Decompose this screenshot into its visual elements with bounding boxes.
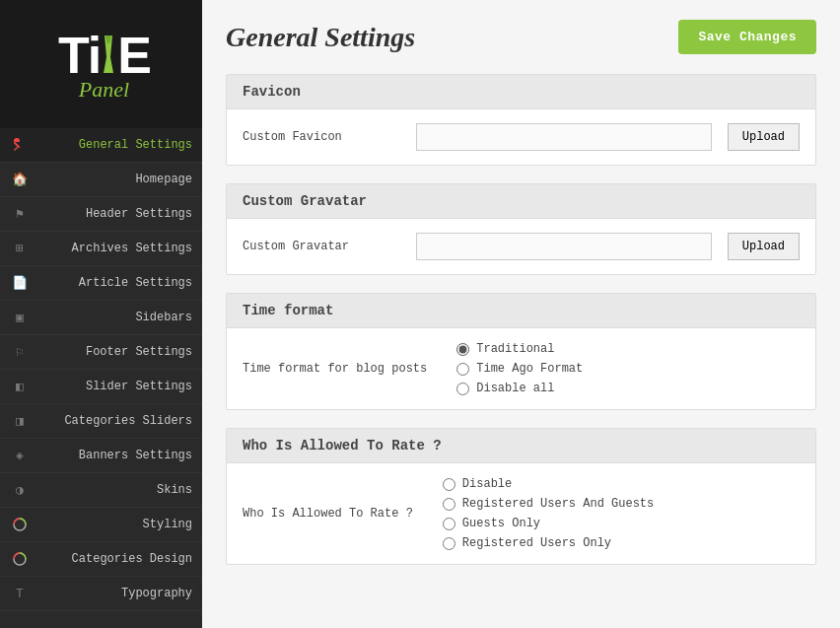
favicon-input[interactable] xyxy=(416,123,712,151)
gravatar-form-row: Custom Gravatar Upload xyxy=(243,233,800,260)
gravatar-section: Custom Gravatar Custom Gravatar Upload xyxy=(226,183,816,275)
timeformat-section-body: Time format for blog posts Traditional T… xyxy=(227,328,815,409)
sidebar: T i E Panel General Settings🏠Homepage⚑He… xyxy=(0,0,202,628)
sidebar-item-sidebars[interactable]: ▣Sidebars xyxy=(0,301,202,335)
sidebar-item-categories-design[interactable]: Categories Design xyxy=(0,542,202,577)
rate-option-guests-only[interactable]: Guests Only xyxy=(443,517,654,530)
sidebar-item-banners-settings[interactable]: ◈Banners Settings xyxy=(0,439,202,473)
logo-area: T i E Panel xyxy=(0,0,202,128)
logo-e: E xyxy=(117,30,150,81)
sidebar-item-label-categories-sliders: Categories Sliders xyxy=(37,414,192,428)
skins-icon: ◑ xyxy=(10,480,30,500)
timeformat-section: Time format Time format for blog posts T… xyxy=(226,293,816,410)
timeformat-radio-time-ago[interactable] xyxy=(456,363,469,376)
sidebar-item-general-settings[interactable]: General Settings xyxy=(0,128,202,163)
page-title: General Settings xyxy=(226,22,415,53)
sidebar-item-label-article-settings: Article Settings xyxy=(37,276,192,290)
sidebar-item-label-slider-settings: Slider Settings xyxy=(37,380,192,393)
archives-settings-icon: ⊞ xyxy=(10,239,30,258)
favicon-section-body: Custom Favicon Upload xyxy=(227,109,815,165)
rate-radio-registered-only[interactable] xyxy=(443,537,455,550)
logo-t: T xyxy=(58,30,88,81)
favicon-section: Favicon Custom Favicon Upload xyxy=(226,74,816,166)
sidebar-item-label-categories-design: Categories Design xyxy=(37,552,192,566)
timeformat-section-header: Time format xyxy=(227,294,815,328)
timeformat-option-time-ago[interactable]: Time Ago Format xyxy=(456,362,583,376)
rate-option-label-guests-only: Guests Only xyxy=(462,517,540,530)
sidebar-item-label-typography: Typography xyxy=(37,587,192,600)
sidebar-item-archives-settings[interactable]: ⊞Archives Settings xyxy=(0,232,202,266)
sidebar-item-label-header-settings: Header Settings xyxy=(37,207,192,221)
categories-design-icon xyxy=(10,549,30,569)
styling-icon xyxy=(10,515,30,534)
main-content: General Settings Save Changes Favicon Cu… xyxy=(202,0,840,628)
gravatar-upload-button[interactable]: Upload xyxy=(728,233,800,260)
nav-list: General Settings🏠Homepage⚑Header Setting… xyxy=(0,128,202,611)
sidebar-item-skins[interactable]: ◑Skins xyxy=(0,473,202,508)
favicon-upload-button[interactable]: Upload xyxy=(728,123,800,151)
logo: T i E Panel xyxy=(58,30,150,103)
rate-radio-disable[interactable] xyxy=(443,478,455,491)
sidebar-item-styling[interactable]: Styling xyxy=(0,508,202,542)
sidebar-item-slider-settings[interactable]: ◧Slider Settings xyxy=(0,370,202,404)
homepage-icon: 🏠 xyxy=(10,170,30,189)
favicon-form-row: Custom Favicon Upload xyxy=(243,123,800,151)
slider-settings-icon: ◧ xyxy=(10,377,30,396)
sidebar-item-label-general-settings: General Settings xyxy=(37,138,192,152)
sidebar-item-label-styling: Styling xyxy=(37,518,192,531)
rate-radio-registered-guests[interactable] xyxy=(443,498,455,511)
favicon-section-header: Favicon xyxy=(227,75,815,109)
svg-rect-3 xyxy=(14,139,20,142)
gravatar-input[interactable] xyxy=(416,233,712,260)
sidebar-item-typography[interactable]: TTypography xyxy=(0,577,202,611)
rate-row: Who Is Allowed To Rate ? Disable Registe… xyxy=(243,477,800,550)
svg-marker-5 xyxy=(14,147,18,151)
timeformat-option-label-time-ago: Time Ago Format xyxy=(476,362,583,376)
timeformat-option-label-disable-all: Disable all xyxy=(476,382,554,395)
sidebar-item-label-homepage: Homepage xyxy=(37,173,192,186)
logo-i: i xyxy=(88,30,100,81)
gravatar-section-header: Custom Gravatar xyxy=(227,184,815,219)
timeformat-radio-traditional[interactable] xyxy=(456,343,469,356)
logo-title: T i E xyxy=(58,30,150,81)
rate-option-disable[interactable]: Disable xyxy=(443,477,654,491)
timeformat-option-label-traditional: Traditional xyxy=(476,342,554,356)
save-changes-button[interactable]: Save Changes xyxy=(678,20,816,54)
rate-radio-group: Disable Registered Users And Guests Gues… xyxy=(443,477,654,550)
favicon-label: Custom Favicon xyxy=(243,130,400,144)
sidebar-item-label-banners-settings: Banners Settings xyxy=(37,449,192,462)
sidebar-item-header-settings[interactable]: ⚑Header Settings xyxy=(0,197,202,232)
gravatar-section-body: Custom Gravatar Upload xyxy=(227,219,815,274)
sidebar-item-label-sidebars: Sidebars xyxy=(37,311,192,324)
timeformat-option-disable-all[interactable]: Disable all xyxy=(456,382,583,395)
sidebar-item-footer-settings[interactable]: ⚐Footer Settings xyxy=(0,335,202,370)
rate-section-header: Who Is Allowed To Rate ? xyxy=(227,429,815,463)
typography-icon: T xyxy=(10,584,30,603)
categories-sliders-icon: ◨ xyxy=(10,411,30,431)
header-settings-icon: ⚑ xyxy=(10,204,30,224)
logo-tie-graphic xyxy=(100,30,117,81)
rate-option-label-registered-only: Registered Users Only xyxy=(462,536,611,550)
sidebar-item-label-skins: Skins xyxy=(37,483,192,497)
rate-option-label-disable: Disable xyxy=(462,477,512,491)
sidebar-item-categories-sliders[interactable]: ◨Categories Sliders xyxy=(0,404,202,439)
rate-option-registered-only[interactable]: Registered Users Only xyxy=(443,536,654,550)
general-settings-icon xyxy=(10,135,30,155)
sidebar-item-article-settings[interactable]: 📄Article Settings xyxy=(0,266,202,301)
rate-option-registered-guests[interactable]: Registered Users And Guests xyxy=(443,497,654,511)
rate-label: Who Is Allowed To Rate ? xyxy=(243,507,413,521)
footer-settings-icon: ⚐ xyxy=(10,342,30,362)
sidebars-icon: ▣ xyxy=(10,308,30,327)
timeformat-row: Time format for blog posts Traditional T… xyxy=(243,342,800,395)
timeformat-radio-group: Traditional Time Ago Format Disable all xyxy=(456,342,583,395)
sidebar-item-label-archives-settings: Archives Settings xyxy=(37,242,192,255)
page-header: General Settings Save Changes xyxy=(226,20,816,54)
rate-section-body: Who Is Allowed To Rate ? Disable Registe… xyxy=(227,463,815,564)
timeformat-radio-disable-all[interactable] xyxy=(456,383,469,395)
banners-settings-icon: ◈ xyxy=(10,446,30,465)
timeformat-option-traditional[interactable]: Traditional xyxy=(456,342,583,356)
rate-option-label-registered-guests: Registered Users And Guests xyxy=(462,497,654,511)
rate-radio-guests-only[interactable] xyxy=(443,518,455,530)
tie-icon xyxy=(100,35,117,73)
sidebar-item-homepage[interactable]: 🏠Homepage xyxy=(0,163,202,197)
